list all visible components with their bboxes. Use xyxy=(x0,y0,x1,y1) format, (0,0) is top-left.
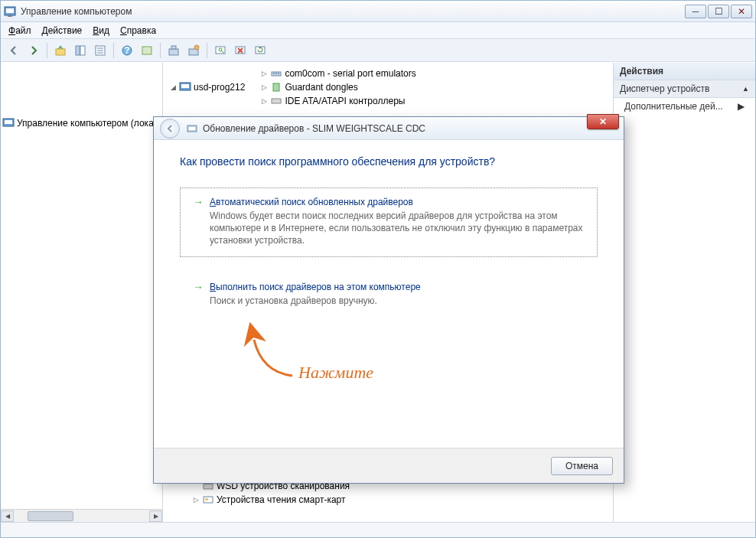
svg-rect-5 xyxy=(80,46,85,55)
dongle-icon xyxy=(270,81,282,93)
collapse-icon[interactable]: ▲ xyxy=(742,85,749,93)
left-scrollbar[interactable]: ◀ ▶ xyxy=(1,509,162,522)
dev-ide[interactable]: ▷IDE ATA/ATAPI контроллеры xyxy=(260,95,405,107)
svg-rect-41 xyxy=(181,84,189,88)
svg-rect-51 xyxy=(205,498,208,501)
scroll-left-arrow[interactable]: ◀ xyxy=(1,510,14,522)
svg-rect-13 xyxy=(169,49,178,55)
svg-point-43 xyxy=(273,73,275,74)
option-auto-search[interactable]: → Автоматический поиск обновленных драйв… xyxy=(180,187,598,257)
show-hide-button[interactable] xyxy=(72,42,89,59)
port-icon xyxy=(270,67,282,80)
forward-button[interactable] xyxy=(25,42,42,59)
svg-rect-53 xyxy=(189,127,195,130)
svg-rect-2 xyxy=(8,15,12,17)
svg-rect-1 xyxy=(6,8,14,13)
svg-rect-12 xyxy=(142,47,152,54)
chevron-right-icon: ▶ xyxy=(738,101,745,112)
option-auto-desc: Windows будет вести поиск последних верс… xyxy=(210,210,585,247)
menubar: Файл Действие Вид Справка xyxy=(1,22,755,39)
collapse-icon[interactable]: ◢ xyxy=(169,83,177,91)
expand-icon[interactable]: ▷ xyxy=(260,97,268,105)
arrow-right-icon: → xyxy=(193,281,204,293)
dialog-title: Обновление драйверов - SLIM WEIGHTSCALE … xyxy=(203,123,624,134)
cancel-button[interactable]: Отмена xyxy=(551,457,613,475)
dialog-back-button[interactable] xyxy=(160,119,180,139)
computer-icon xyxy=(179,81,191,93)
tree-root[interactable]: Управление компьютером (локальным) xyxy=(2,117,163,129)
dev-root[interactable]: ◢usd-prog212 xyxy=(169,81,245,93)
svg-point-45 xyxy=(278,73,279,74)
svg-rect-23 xyxy=(5,120,12,124)
toolbar: ? xyxy=(1,39,755,62)
svg-point-44 xyxy=(275,73,277,74)
up-button[interactable] xyxy=(52,42,69,59)
svg-text:?: ? xyxy=(124,45,129,56)
smartcard-icon xyxy=(202,494,214,506)
dialog-close-button[interactable]: ✕ xyxy=(587,114,619,129)
svg-rect-46 xyxy=(273,83,279,91)
minimize-button[interactable]: ─ xyxy=(685,5,706,18)
menu-action[interactable]: Действие xyxy=(42,25,83,36)
ide-icon xyxy=(270,95,282,107)
actions-item-more[interactable]: Дополнительные дей... ▶ xyxy=(614,98,755,115)
svg-rect-3 xyxy=(56,49,65,55)
maximize-button[interactable]: ☐ xyxy=(708,5,729,18)
menu-file[interactable]: Файл xyxy=(8,25,31,36)
device-icon xyxy=(186,122,198,135)
dialog-titlebar[interactable]: Обновление драйверов - SLIM WEIGHTSCALE … xyxy=(154,117,624,140)
svg-point-16 xyxy=(194,45,199,50)
arrow-right-icon: → xyxy=(193,196,204,208)
properties-button[interactable] xyxy=(92,42,109,59)
svg-rect-14 xyxy=(171,46,176,49)
left-tree-pane[interactable]: Управление компьютером (локальным) ◢Служ… xyxy=(1,63,163,522)
back-button[interactable] xyxy=(5,42,22,59)
actions-section[interactable]: Диспетчер устройств ▲ xyxy=(614,80,755,98)
tool-btn-8[interactable] xyxy=(185,42,202,59)
tool-btn-6[interactable] xyxy=(138,42,155,59)
dev-com0com[interactable]: ▷com0com - serial port emulators xyxy=(260,67,415,80)
help-button[interactable]: ? xyxy=(119,42,135,59)
dialog-prompt: Как провести поиск программного обеспече… xyxy=(180,155,598,168)
option-manual-search[interactable]: → Выполнить поиск драйверов на этом комп… xyxy=(180,272,598,317)
actions-header: Действия xyxy=(614,63,755,80)
actions-pane: Действия Диспетчер устройств ▲ Дополните… xyxy=(613,63,755,522)
option-auto-title: Автоматический поиск обновленных драйвер… xyxy=(210,197,413,207)
menu-help[interactable]: Справка xyxy=(120,25,156,36)
update-button[interactable] xyxy=(252,42,269,59)
window-title: Управление компьютером xyxy=(21,6,685,17)
option-manual-desc: Поиск и установка драйверов вручную. xyxy=(210,295,585,307)
menu-view[interactable]: Вид xyxy=(93,25,109,36)
expand-icon[interactable]: ▷ xyxy=(260,70,268,77)
app-icon xyxy=(4,5,16,18)
scan-button[interactable] xyxy=(212,42,229,59)
tool-btn-7[interactable] xyxy=(165,42,182,59)
scroll-right-arrow[interactable]: ▶ xyxy=(149,510,162,522)
dev-guardant[interactable]: ▷Guardant dongles xyxy=(260,81,357,93)
uninstall-button[interactable] xyxy=(232,42,249,59)
svg-rect-48 xyxy=(204,484,213,489)
dev-smartcard[interactable]: ▷Устройства чтения смарт-карт xyxy=(192,494,345,506)
svg-rect-4 xyxy=(76,46,80,55)
update-driver-dialog: ✕ Обновление драйверов - SLIM WEIGHTSCAL… xyxy=(153,116,624,484)
titlebar[interactable]: Управление компьютером ─ ☐ ✕ xyxy=(1,1,755,22)
svg-rect-47 xyxy=(272,99,281,103)
computer-mgmt-icon xyxy=(2,117,15,129)
option-manual-title: Выполнить поиск драйверов на этом компью… xyxy=(210,282,421,292)
expand-icon[interactable]: ▷ xyxy=(260,83,268,91)
close-button[interactable]: ✕ xyxy=(731,5,752,18)
statusbar xyxy=(1,522,755,537)
expand-icon[interactable]: ▷ xyxy=(192,496,200,504)
scroll-thumb[interactable] xyxy=(28,511,73,521)
